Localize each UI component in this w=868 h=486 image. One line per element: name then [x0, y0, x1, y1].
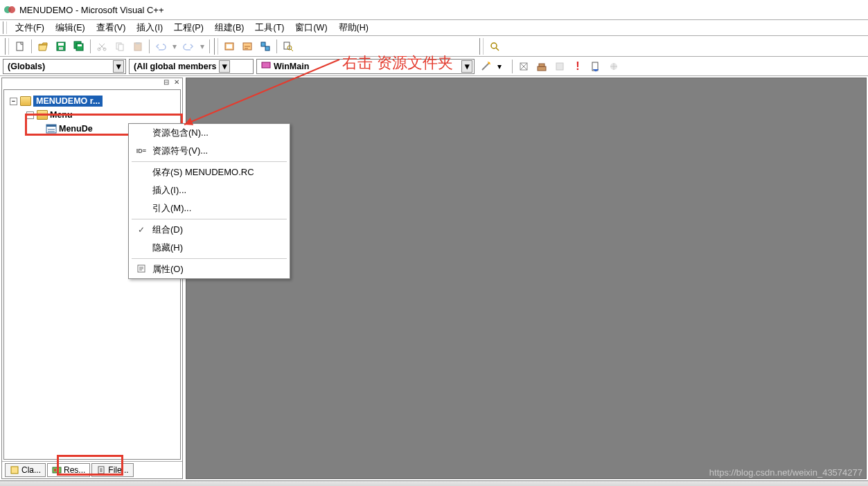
tab-resourceview[interactable]: Res...: [47, 463, 90, 477]
tree-toggle-root[interactable]: −: [10, 98, 17, 105]
tree-root-label[interactable]: MENUDEMO r...: [33, 96, 103, 107]
menu-edit[interactable]: 编辑(E): [50, 21, 91, 35]
ctx-separator: [132, 161, 287, 162]
tab-classview[interactable]: Cla...: [5, 463, 46, 477]
svg-rect-19: [265, 46, 269, 51]
svg-rect-27: [539, 64, 544, 66]
build-button[interactable]: [533, 58, 550, 75]
title-bar: MENUDEMO - Microsoft Visual C++: [0, 0, 868, 19]
function-dropdown-icon[interactable]: ▾: [461, 60, 472, 73]
fileview-icon: [96, 465, 106, 475]
classview-icon: [10, 465, 19, 475]
scope-dropdown-icon[interactable]: ▾: [113, 60, 124, 73]
new-file-button[interactable]: [12, 38, 28, 55]
menu-resource-icon: [46, 124, 57, 134]
paste-button[interactable]: [130, 38, 146, 55]
ctx-properties[interactable]: 属性(O): [129, 260, 290, 278]
folder-icon: [20, 96, 31, 106]
ctx-import[interactable]: 引入(M)...: [129, 199, 290, 217]
tree-toggle-menu[interactable]: −: [26, 111, 34, 119]
cut-button[interactable]: [94, 38, 110, 55]
menu-tools[interactable]: 工具(T): [249, 21, 290, 35]
ctx-group[interactable]: ✓ 组合(D): [129, 221, 290, 239]
id-icon: ID=: [134, 147, 148, 154]
open-button[interactable]: [35, 38, 51, 55]
ctx-insert[interactable]: 插入(I)...: [129, 181, 290, 199]
annotation-text: 右击 资源文件夹: [342, 53, 453, 73]
svg-rect-35: [54, 469, 56, 471]
ctx-resource-includes[interactable]: 资源包含(N)...: [129, 124, 290, 142]
menu-bar: 文件(F) 编辑(E) 查看(V) 插入(I) 工程(P) 组建(B) 工具(T…: [0, 19, 868, 36]
compile-button[interactable]: [515, 58, 532, 75]
save-button[interactable]: [53, 38, 69, 55]
svg-point-22: [491, 43, 497, 48]
members-combo[interactable]: (All global members ▾: [129, 59, 254, 74]
app-logo-icon: [4, 4, 15, 15]
resourceview-icon: [52, 465, 62, 475]
wizard-button[interactable]: [477, 58, 494, 75]
svg-rect-16: [227, 44, 232, 48]
svg-rect-32: [46, 125, 56, 127]
svg-rect-23: [262, 62, 270, 68]
panel-undock-icon[interactable]: ⊟: [163, 78, 169, 86]
panel-close-bar: ⊟ ✕: [2, 78, 182, 88]
menu-build[interactable]: 组建(B): [209, 21, 250, 35]
svg-point-24: [488, 62, 490, 64]
members-value: (All global members: [134, 62, 216, 71]
svg-rect-33: [11, 467, 18, 474]
menu-insert[interactable]: 插入(I): [131, 21, 168, 35]
window-title: MENUDEMO - Microsoft Visual C++: [19, 5, 164, 15]
save-all-button[interactable]: [71, 38, 87, 55]
tb-grip-1[interactable]: [5, 38, 9, 55]
go-button[interactable]: [587, 58, 604, 75]
breakpoint-button[interactable]: [605, 58, 622, 75]
ctx-resource-symbols[interactable]: ID= 资源符号(V)...: [129, 142, 290, 160]
panel-close-icon[interactable]: ✕: [174, 78, 179, 86]
function-value: WinMain: [274, 62, 309, 71]
execute-button[interactable]: !: [569, 58, 586, 75]
menu-project[interactable]: 工程(P): [168, 21, 209, 35]
menu-help[interactable]: 帮助(H): [333, 21, 374, 35]
undo-dropdown[interactable]: ▾: [170, 38, 179, 55]
workspace-button[interactable]: [221, 38, 238, 55]
menubar-grip[interactable]: [3, 21, 7, 34]
members-dropdown-icon[interactable]: ▾: [219, 60, 230, 73]
folder-icon: [37, 110, 48, 120]
svg-rect-14: [136, 42, 140, 44]
svg-rect-34: [53, 467, 61, 473]
menu-view[interactable]: 查看(V): [91, 21, 132, 35]
ctx-separator: [132, 258, 287, 259]
function-icon: [261, 60, 271, 72]
window-list-button[interactable]: [257, 38, 274, 55]
status-bar: [0, 480, 868, 486]
scope-value: (Globals): [8, 62, 45, 71]
redo-dropdown[interactable]: ▾: [198, 38, 206, 55]
find-button[interactable]: [486, 38, 503, 55]
svg-rect-8: [78, 44, 82, 46]
tree-menu-label[interactable]: Menu: [50, 110, 73, 120]
tab-fileview[interactable]: File...: [91, 463, 133, 477]
check-icon: ✓: [134, 225, 148, 235]
undo-button[interactable]: [152, 38, 169, 55]
tb-grip-2[interactable]: [214, 38, 218, 55]
svg-point-1: [8, 6, 15, 13]
ctx-separator: [132, 219, 287, 219]
scope-combo[interactable]: (Globals) ▾: [3, 59, 126, 74]
copy-button[interactable]: [112, 38, 128, 55]
tb-grip-3[interactable]: [479, 38, 484, 55]
menu-file[interactable]: 文件(F): [10, 21, 50, 35]
svg-rect-5: [59, 47, 63, 50]
wizard-dropdown[interactable]: ▾: [495, 58, 504, 75]
output-button[interactable]: [239, 38, 256, 55]
ctx-hide[interactable]: 隐藏(H): [129, 239, 290, 257]
redo-button[interactable]: [180, 38, 197, 55]
svg-rect-26: [538, 66, 546, 71]
stop-build-button[interactable]: [551, 58, 568, 75]
ctx-save[interactable]: 保存(S) MENUDEMO.RC: [129, 163, 290, 181]
find-in-files-button[interactable]: [280, 38, 296, 55]
menu-window[interactable]: 窗口(W): [290, 21, 333, 35]
tree-item-label[interactable]: MenuDe: [59, 124, 93, 134]
svg-rect-18: [261, 42, 265, 46]
svg-rect-28: [556, 63, 563, 70]
svg-rect-2: [17, 42, 23, 51]
